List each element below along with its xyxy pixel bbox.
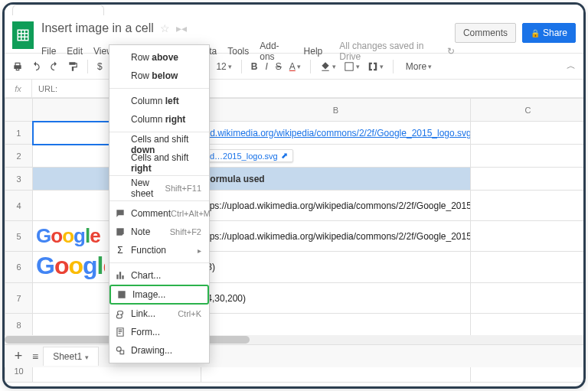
note-icon <box>114 226 126 237</box>
menu-column-right[interactable]: Column right <box>109 110 209 129</box>
history-icon: ↻ <box>447 46 455 57</box>
menu-row-above[interactable]: Row above <box>109 48 209 67</box>
cell-c1[interactable] <box>471 122 586 145</box>
folder-icon[interactable]: ▸◂ <box>176 22 187 34</box>
row-header[interactable]: 3 <box>5 168 33 191</box>
menu-image[interactable]: Image... <box>109 285 209 305</box>
drawing-icon <box>114 345 126 356</box>
comment-icon <box>114 208 126 219</box>
menu-cells-shift-down[interactable]: Cells and shift down <box>109 135 209 154</box>
menu-cells-shift-right[interactable]: Cells and shift right <box>109 154 209 172</box>
italic-button[interactable]: I <box>265 61 267 72</box>
horizontal-scrollbar[interactable] <box>5 335 583 344</box>
row-header[interactable]: 6 <box>5 252 33 283</box>
menu-addons[interactable]: Add-ons <box>260 41 292 62</box>
menu-drawing[interactable]: Drawing... <box>109 341 209 360</box>
link-icon <box>114 308 126 319</box>
menu-new-sheet[interactable]: New sheetShift+F11 <box>109 179 209 197</box>
menu-tools[interactable]: Tools <box>227 46 249 57</box>
insert-menu-dropdown: Row above Row below Column left Column r… <box>109 44 210 363</box>
currency-button[interactable]: $ <box>97 61 103 72</box>
browser-tab[interactable] <box>12 5 104 15</box>
cell-c6[interactable] <box>471 252 586 283</box>
share-button[interactable]: 🔒Share <box>522 23 576 43</box>
fill-color-button[interactable]: ▾ <box>320 61 336 72</box>
borders-button[interactable]: ▾ <box>344 61 360 72</box>
menu-column-left[interactable]: Column left <box>109 92 209 110</box>
strike-button[interactable]: S <box>276 61 282 72</box>
menu-function[interactable]: ΣFunction▸ <box>109 241 209 259</box>
fx-label: fx <box>5 80 32 97</box>
row-header[interactable]: 2 <box>5 145 33 168</box>
merge-button[interactable]: ▾ <box>368 61 384 72</box>
menu-note[interactable]: NoteShift+F2 <box>109 223 209 241</box>
cell-b6[interactable]: ,3) <box>201 252 471 283</box>
col-header-c[interactable]: C <box>471 99 586 122</box>
menu-form[interactable]: Form... <box>109 323 209 341</box>
menu-chart[interactable]: Chart... <box>109 266 209 285</box>
row-header[interactable]: 7 <box>5 283 33 314</box>
cell-c3[interactable] <box>471 168 586 191</box>
cell-b1[interactable]: ad.wikimedia.org/wikipedia/commons/2/2f/… <box>201 122 471 145</box>
select-all-corner[interactable] <box>5 99 33 122</box>
more-button[interactable]: More ▾ <box>406 61 432 72</box>
cell-b3[interactable]: Formula used <box>201 168 471 191</box>
link-chip[interactable]: d…2015_logo.svg⬈ <box>204 149 293 162</box>
menu-edit[interactable]: Edit <box>67 46 83 57</box>
cell-b5[interactable]: ttps://upload.wikimedia.org/wikipedia/co… <box>201 221 471 252</box>
open-link-icon[interactable]: ⬈ <box>281 151 288 161</box>
col-header-b[interactable]: B <box>201 99 471 122</box>
cell-b2[interactable]: d…2015_logo.svg⬈ <box>201 145 471 168</box>
chart-icon <box>114 270 126 281</box>
row-header[interactable]: 8 <box>5 314 33 337</box>
menu-comment[interactable]: CommentCtrl+Alt+M <box>109 204 209 223</box>
bold-word: above <box>152 52 178 63</box>
cell-c4[interactable] <box>471 191 586 221</box>
add-sheet-button[interactable]: + <box>9 348 28 364</box>
menu-row-below[interactable]: Row below <box>109 67 209 85</box>
undo-icon[interactable] <box>31 61 41 72</box>
cell-b4[interactable]: ttps://upload.wikimedia.org/wikipedia/co… <box>201 191 471 221</box>
row-header[interactable]: 1 <box>5 122 33 145</box>
text-color-button[interactable]: A▾ <box>289 61 301 72</box>
all-sheets-button[interactable]: ≡ <box>32 350 38 363</box>
font-size-picker[interactable]: 12 ▾ <box>216 61 231 72</box>
cell-c2[interactable] <box>471 145 586 168</box>
lock-icon: 🔒 <box>531 29 540 37</box>
cell[interactable] <box>201 314 471 337</box>
bold-button[interactable]: B <box>251 61 258 72</box>
cell-b7[interactable]: ,4,30,200) <box>201 283 471 314</box>
collapse-toolbar-icon[interactable]: ︿ <box>567 60 576 73</box>
function-icon: Σ <box>114 245 126 256</box>
submenu-arrow-icon: ▸ <box>198 246 201 255</box>
row-header[interactable]: 4 <box>5 191 33 221</box>
paint-format-icon[interactable] <box>67 61 78 72</box>
sheets-app-icon[interactable] <box>12 21 34 49</box>
print-icon[interactable] <box>12 61 23 72</box>
formula-input[interactable]: URL: <box>32 84 57 93</box>
redo-icon[interactable] <box>49 61 60 72</box>
menu-link[interactable]: Link...Ctrl+K <box>109 305 209 323</box>
form-icon <box>114 327 126 337</box>
cell-c5[interactable] <box>471 221 586 252</box>
save-status: All changes saved in Drive ↻ <box>339 41 455 62</box>
comments-button[interactable]: Comments <box>455 23 516 43</box>
row-header[interactable]: 5 <box>5 221 33 252</box>
image-icon <box>116 289 128 300</box>
menu-help[interactable]: Help <box>304 46 323 57</box>
menu-file[interactable]: File <box>41 46 56 57</box>
cell[interactable] <box>471 314 586 337</box>
sheet-tab[interactable]: Sheet1 ▾ <box>43 347 98 366</box>
star-icon[interactable]: ☆ <box>160 22 170 34</box>
cell-c7[interactable] <box>471 283 586 314</box>
document-title[interactable]: Insert image in a cell <box>41 21 154 35</box>
